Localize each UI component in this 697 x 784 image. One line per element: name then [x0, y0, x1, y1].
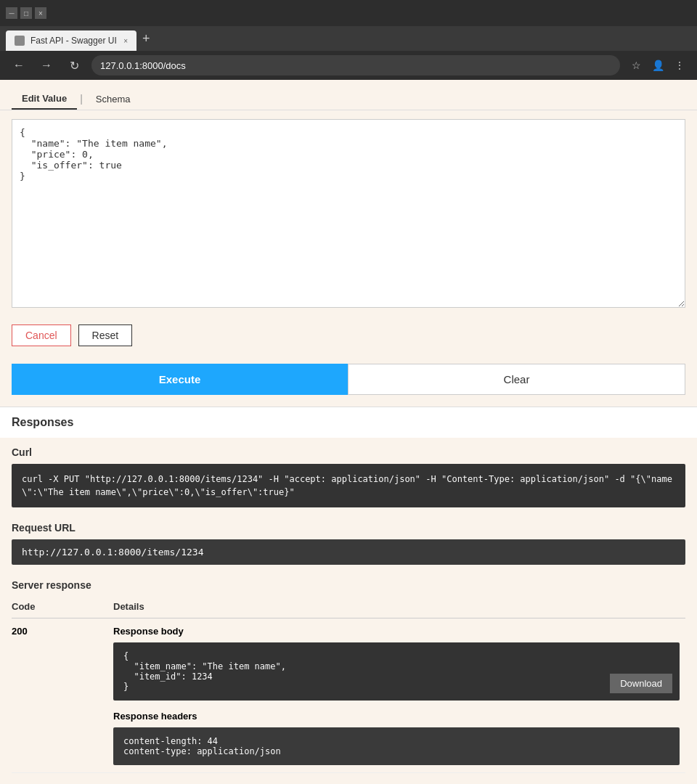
responses-title: Responses — [12, 416, 685, 429]
execute-clear-bar: Execute Clear — [12, 364, 685, 395]
clear-button[interactable]: Clear — [348, 364, 685, 395]
code-header: Code — [12, 598, 113, 618]
tab-title: Fast API - Swagger UI — [30, 36, 117, 46]
server-response-title: Server response — [12, 579, 685, 591]
response-body-label: Response body — [113, 626, 680, 637]
reset-button[interactable]: Reset — [78, 324, 133, 346]
menu-icon[interactable]: ⋮ — [671, 57, 688, 74]
server-response-section: Server response Code Details 200 Respons… — [0, 573, 697, 779]
tab-favicon — [15, 36, 25, 46]
address-input[interactable] — [91, 55, 620, 75]
active-tab[interactable]: Fast API - Swagger UI × — [6, 30, 136, 51]
bookmark-icon[interactable]: ☆ — [627, 57, 645, 74]
response-body-value: { "item_name": "The item name", "item_id… — [123, 651, 286, 692]
page-content: Edit Value | Schema Cancel Reset Execute… — [0, 80, 697, 784]
execute-button[interactable]: Execute — [12, 364, 348, 395]
download-button[interactable]: Download — [610, 674, 672, 693]
response-code: 200 — [12, 618, 113, 773]
curl-label: Curl — [12, 446, 685, 458]
value-schema-tabs: Edit Value | Schema — [0, 80, 697, 110]
back-button[interactable]: ← — [9, 55, 29, 75]
json-editor[interactable] — [12, 119, 685, 308]
maximize-button[interactable]: □ — [20, 7, 32, 19]
buttons-row: Cancel Reset — [0, 319, 697, 358]
headers-box: content-length: 44 content-type: applica… — [113, 727, 680, 765]
request-url-section: Request URL http://127.0.0.1:8000/items/… — [0, 516, 697, 573]
minimize-button[interactable]: ─ — [6, 7, 17, 19]
profile-icon[interactable]: 👤 — [649, 57, 667, 74]
refresh-button[interactable]: ↻ — [64, 55, 84, 75]
headers-content: content-length: 44 content-type: applica… — [123, 736, 281, 756]
response-details: Response body { "item_name": "The item n… — [113, 618, 685, 773]
title-bar: ─ □ × — [0, 0, 697, 26]
forward-button[interactable]: → — [36, 55, 57, 75]
tab-schema[interactable]: Schema — [86, 89, 141, 110]
request-url-label: Request URL — [12, 522, 685, 534]
tab-close-button[interactable]: × — [123, 37, 128, 45]
close-button[interactable]: × — [35, 7, 46, 19]
new-tab-button[interactable]: + — [136, 28, 156, 49]
response-body-box: { "item_name": "The item name", "item_id… — [113, 642, 680, 701]
window-controls[interactable]: ─ □ × — [6, 7, 46, 19]
cancel-button[interactable]: Cancel — [12, 324, 71, 346]
table-row: 200 Response body { "item_name": "The it… — [12, 618, 685, 773]
toolbar-icons: ☆ 👤 ⋮ — [627, 57, 688, 74]
tab-edit-value[interactable]: Edit Value — [12, 89, 77, 110]
responses-section: Responses — [0, 407, 697, 438]
tab-bar: Fast API - Swagger UI × + — [0, 26, 697, 51]
response-headers-label: Response headers — [113, 711, 680, 722]
curl-value: curl -X PUT "http://127.0.0.1:8000/items… — [12, 464, 685, 507]
server-response-table: Code Details 200 Response body { "item_n… — [12, 598, 685, 773]
tab-divider: | — [77, 89, 86, 110]
address-bar: ← → ↻ ☆ 👤 ⋮ — [0, 51, 697, 80]
details-header: Details — [113, 598, 685, 618]
request-url-value: http://127.0.0.1:8000/items/1234 — [12, 539, 685, 565]
curl-section: Curl curl -X PUT "http://127.0.0.1:8000/… — [0, 438, 697, 516]
json-editor-wrap — [0, 110, 697, 319]
